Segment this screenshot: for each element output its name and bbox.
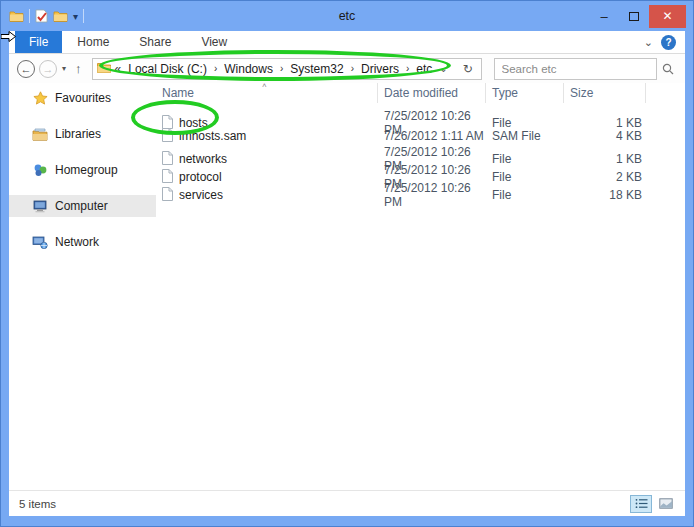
search-box xyxy=(494,58,657,80)
breadcrumb-item-local-disk[interactable]: Local Disk (C:) xyxy=(128,62,207,76)
status-bar: 5 items xyxy=(9,490,685,516)
sidebar-item-label: Network xyxy=(55,235,99,249)
file-date: 7/26/2012 1:11 AM xyxy=(378,129,486,143)
large-icons-view-icon xyxy=(659,498,673,509)
details-view-button[interactable] xyxy=(630,495,652,513)
address-bar[interactable]: « Local Disk (C:) › Windows › System32 ›… xyxy=(92,58,482,80)
file-row-hosts[interactable]: hosts 7/25/2012 10:26 PM File 1 KB xyxy=(156,109,685,127)
qat-dropdown-icon[interactable]: ▾ xyxy=(73,10,78,22)
details-view-icon xyxy=(635,498,648,509)
forward-button[interactable]: → xyxy=(39,60,57,78)
main-area: Favourites Libraries Homegroup xyxy=(9,83,685,490)
column-header-type[interactable]: Type xyxy=(486,83,564,103)
maximize-icon xyxy=(629,12,639,21)
file-size: 1 KB xyxy=(564,152,646,166)
qat-separator xyxy=(29,9,30,23)
libraries-icon xyxy=(32,126,48,142)
sidebar-item-label: Homegroup xyxy=(55,163,118,177)
breadcrumb-item-system32[interactable]: System32 xyxy=(290,62,343,76)
explorer-window: ▾ etc – ✕ File Home Share View ⌄ ? ← → ▾… xyxy=(0,0,694,527)
up-button[interactable]: ↑ xyxy=(71,61,86,76)
sidebar-item-network[interactable]: Network xyxy=(9,231,156,253)
breadcrumb-item-etc[interactable]: etc xyxy=(416,62,432,76)
file-list: ˄ Name Date modified Type Size hosts 7/2… xyxy=(156,83,685,490)
address-dropdown-icon[interactable]: ⌄ xyxy=(432,63,454,74)
network-icon xyxy=(32,234,48,250)
address-folder-icon xyxy=(97,62,111,76)
sidebar-item-computer[interactable]: Computer xyxy=(9,195,156,217)
file-icon xyxy=(162,128,173,145)
breadcrumb-separator-icon: › xyxy=(280,63,283,74)
quick-access-toolbar: ▾ xyxy=(1,9,84,23)
breadcrumb-separator-icon: › xyxy=(214,63,217,74)
tabs-spacer xyxy=(242,31,636,53)
column-header-date-modified[interactable]: Date modified xyxy=(378,83,486,103)
breadcrumb: « Local Disk (C:) › Windows › System32 ›… xyxy=(115,62,433,76)
file-size: 18 KB xyxy=(564,188,646,202)
tab-home[interactable]: Home xyxy=(62,31,124,53)
column-headers: ˄ Name Date modified Type Size xyxy=(156,83,685,103)
navigation-pane: Favourites Libraries Homegroup xyxy=(9,83,156,490)
file-name: networks xyxy=(179,152,227,166)
breadcrumb-item-windows[interactable]: Windows xyxy=(224,62,273,76)
column-header-size[interactable]: Size xyxy=(564,83,646,103)
qat-properties-icon[interactable] xyxy=(35,9,48,23)
ribbon-collapse-icon[interactable]: ⌄ xyxy=(636,31,661,53)
search-input[interactable] xyxy=(495,63,656,75)
sidebar-item-favourites[interactable]: Favourites xyxy=(9,87,156,109)
file-icon xyxy=(162,151,173,168)
breadcrumb-separator-icon: › xyxy=(351,63,354,74)
file-type: File xyxy=(486,188,564,202)
tab-share[interactable]: Share xyxy=(124,31,186,53)
minimize-button[interactable]: – xyxy=(589,5,619,27)
file-name: protocol xyxy=(179,170,222,184)
qat-separator xyxy=(83,9,84,23)
large-icons-view-button[interactable] xyxy=(655,495,677,513)
back-button[interactable]: ← xyxy=(17,60,35,78)
caption-buttons: – ✕ xyxy=(589,1,693,31)
title-bar: ▾ etc – ✕ xyxy=(1,1,693,31)
file-size: 1 KB xyxy=(564,116,646,130)
sidebar-item-label: Favourites xyxy=(55,91,111,105)
sidebar-item-homegroup[interactable]: Homegroup xyxy=(9,159,156,181)
window-body: File Home Share View ⌄ ? ← → ▾ ↑ « Local… xyxy=(9,31,685,516)
file-size: 4 KB xyxy=(564,129,646,143)
recent-locations-icon[interactable]: ▾ xyxy=(57,64,71,73)
homegroup-icon xyxy=(32,162,48,178)
search-icon[interactable] xyxy=(656,63,680,75)
sidebar-item-label: Computer xyxy=(55,199,108,213)
view-buttons xyxy=(630,495,677,513)
file-name: lmhosts.sam xyxy=(179,129,246,143)
computer-icon xyxy=(32,198,48,214)
file-type: File xyxy=(486,152,564,166)
file-size: 2 KB xyxy=(564,170,646,184)
close-button[interactable]: ✕ xyxy=(649,5,686,28)
file-row-networks[interactable]: networks 7/25/2012 10:26 PM File 1 KB xyxy=(156,145,685,163)
sort-ascending-icon: ˄ xyxy=(262,83,267,90)
file-icon xyxy=(162,187,173,204)
file-row-lmhosts[interactable]: lmhosts.sam 7/26/2012 1:11 AM SAM File 4… xyxy=(156,127,685,145)
file-name: services xyxy=(179,188,223,202)
refresh-icon[interactable]: ↻ xyxy=(455,62,481,76)
ribbon-tabs: File Home Share View ⌄ ? xyxy=(9,31,685,54)
qat-newfolder-icon[interactable] xyxy=(53,10,68,22)
breadcrumb-separator-icon: › xyxy=(406,63,409,74)
item-count: 5 items xyxy=(19,498,56,510)
sidebar-item-label: Libraries xyxy=(55,127,101,141)
star-icon xyxy=(32,90,48,106)
app-folder-icon xyxy=(9,10,24,22)
column-header-name[interactable]: Name xyxy=(156,83,378,103)
file-date: 7/25/2012 10:26 PM xyxy=(378,181,486,209)
help-icon[interactable]: ? xyxy=(661,35,676,50)
navigation-toolbar: ← → ▾ ↑ « Local Disk (C:) › Windows › Sy… xyxy=(9,54,685,83)
sidebar-item-libraries[interactable]: Libraries xyxy=(9,123,156,145)
file-type: File xyxy=(486,116,564,130)
breadcrumb-overflow-icon[interactable]: « xyxy=(115,62,122,76)
file-rows: hosts 7/25/2012 10:26 PM File 1 KB lmhos… xyxy=(156,103,685,199)
maximize-button[interactable] xyxy=(619,5,649,27)
breadcrumb-item-drivers[interactable]: Drivers xyxy=(361,62,399,76)
file-type: SAM File xyxy=(486,129,564,143)
tab-file[interactable]: File xyxy=(15,31,62,53)
file-icon xyxy=(162,169,173,186)
tab-view[interactable]: View xyxy=(186,31,242,53)
